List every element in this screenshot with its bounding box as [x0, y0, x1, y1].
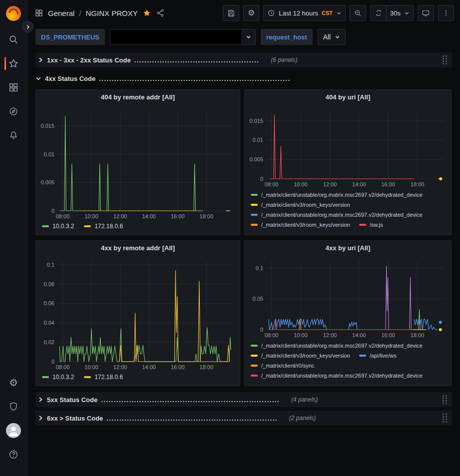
svg-text:0.005: 0.005: [249, 156, 263, 162]
gear-icon: ⚙: [248, 9, 255, 17]
sidebar-item-explore[interactable]: [0, 104, 27, 119]
datasource-select[interactable]: [110, 29, 256, 45]
refresh-button[interactable]: [370, 5, 386, 21]
row-6xx[interactable]: 6xx > Status Code ......................…: [35, 411, 452, 426]
legend-item[interactable]: /_matrix/client/unstable/org.matrix.msc2…: [251, 343, 423, 349]
chevron-down-icon: [35, 75, 41, 81]
time-range-label: Last 12 hours: [279, 9, 318, 17]
svg-text:12:00: 12:00: [113, 213, 127, 219]
row-1xx-3xx-2xx[interactable]: 1xx - 3xx - 2xx Status Code ............…: [35, 52, 452, 67]
legend-item[interactable]: 10.0.3.2: [42, 223, 74, 230]
row-title-dots: ........................................…: [106, 415, 278, 422]
time-series-chart[interactable]: 08:0010:0012:0014:0016:0018:0000.050.1: [245, 255, 451, 340]
dashboard-settings-button[interactable]: ⚙: [243, 5, 259, 21]
svg-text:0.05: 0.05: [253, 296, 263, 302]
time-series-plot[interactable]: 08:0010:0012:0014:0016:0018:0000.050.1: [247, 255, 449, 340]
row-5xx[interactable]: 5xx Status Code ........................…: [35, 392, 452, 407]
request-host-variable-label[interactable]: request_host: [261, 29, 313, 45]
panel-legend: /_matrix/client/unstable/org.matrix.msc2…: [245, 189, 451, 228]
kiosk-mode-button[interactable]: [418, 5, 434, 21]
legend-item[interactable]: 10.0.3.2: [42, 374, 74, 381]
chevron-right-icon: [37, 397, 43, 403]
share-icon[interactable]: [156, 8, 165, 17]
sidebar-item-alerting[interactable]: [0, 128, 27, 143]
row-title: 4xx Status Code: [45, 75, 95, 82]
svg-text:14:00: 14:00: [352, 181, 366, 187]
legend-item[interactable]: /api/live/ws: [359, 353, 397, 359]
svg-text:16:00: 16:00: [171, 364, 185, 370]
time-series-plot[interactable]: 08:0010:0012:0014:0016:0018:0000.020.040…: [38, 255, 238, 372]
time-series-plot[interactable]: 08:0010:0012:0014:0016:0018:0000.0050.01…: [247, 104, 449, 189]
breadcrumb-section[interactable]: General: [48, 9, 74, 17]
page-title[interactable]: NGINX PROXY: [86, 9, 138, 17]
time-series-chart[interactable]: 08:0010:0012:0014:0016:0018:0000.0050.01…: [36, 104, 240, 221]
panel-title[interactable]: 4xx by uri [All]: [245, 241, 451, 255]
favorite-star-icon[interactable]: [142, 8, 151, 17]
svg-text:14:00: 14:00: [142, 213, 156, 219]
legend-item[interactable]: /_matrix/client/v3/room_keys/version: [251, 353, 350, 359]
apps-grid-icon[interactable]: [34, 8, 43, 17]
legend-item[interactable]: /_matrix/client/v3/room_keys/version: [251, 222, 350, 228]
save-dashboard-button[interactable]: [223, 5, 239, 21]
legend-label: 172.18.0.6: [94, 374, 123, 381]
time-range-picker[interactable]: Last 12 hours CST: [263, 5, 346, 21]
refresh-interval-picker[interactable]: 30s: [386, 5, 414, 21]
zoom-out-icon: [354, 9, 362, 17]
svg-text:0.005: 0.005: [40, 179, 54, 185]
zoom-out-button[interactable]: [350, 5, 366, 21]
svg-text:12:00: 12:00: [113, 364, 127, 370]
panel-title[interactable]: 404 by uri [All]: [245, 90, 451, 104]
time-series-plot[interactable]: 08:0010:0012:0014:0016:0018:0000.0050.01…: [38, 104, 238, 221]
legend-item[interactable]: /_matrix/client/unstable/org.matrix.msc2…: [251, 192, 423, 198]
panel-title[interactable]: 4xx by remote addr [All]: [36, 241, 240, 255]
row-drag-handle[interactable]: [443, 395, 449, 404]
legend-item[interactable]: /sw.js: [359, 222, 383, 228]
legend-item[interactable]: /_matrix/client/r0/sync: [251, 363, 314, 369]
sidebar: ⚙: [0, 0, 27, 476]
row-drag-handle[interactable]: [443, 55, 449, 64]
svg-text:0.08: 0.08: [44, 281, 54, 287]
row-panel-count: (6 panels): [271, 56, 297, 63]
row-drag-handle[interactable]: [443, 414, 449, 423]
time-series-chart[interactable]: 08:0010:0012:0014:0016:0018:0000.0050.01…: [245, 104, 451, 189]
svg-text:10:00: 10:00: [294, 332, 308, 338]
legend-label: /_matrix/client/v3/room_keys/version: [261, 222, 350, 228]
sidebar-item-search[interactable]: [0, 32, 27, 47]
sidebar-item-profile[interactable]: [0, 423, 27, 438]
time-series-chart[interactable]: 08:0010:0012:0014:0016:0018:0000.020.040…: [36, 255, 240, 372]
more-options-button[interactable]: [438, 5, 454, 21]
variables-bar: DS_PROMETHEUS request_host All: [27, 26, 460, 50]
svg-text:08:00: 08:00: [265, 332, 279, 338]
panel-title[interactable]: 404 by remote addr [All]: [36, 90, 240, 104]
legend-color-dash: [42, 376, 49, 378]
svg-text:0.1: 0.1: [47, 262, 54, 268]
sidebar-item-dashboards[interactable]: [0, 80, 27, 95]
legend-label: 10.0.3.2: [52, 374, 74, 381]
row-title: 1xx - 3xx - 2xx Status Code: [47, 56, 131, 64]
grafana-logo[interactable]: [6, 6, 21, 21]
legend-label: /_matrix/client/unstable/org.matrix.msc2…: [261, 343, 423, 349]
legend-item[interactable]: /_matrix/client/unstable/org.matrix.msc2…: [251, 212, 423, 218]
search-icon: [8, 34, 19, 45]
request-host-select[interactable]: All: [318, 29, 346, 45]
legend-item[interactable]: /_matrix/client/v3/room_keys/version: [251, 202, 350, 208]
legend-label: 10.0.3.2: [52, 223, 74, 230]
svg-text:0: 0: [51, 359, 54, 365]
sidebar-item-starred[interactable]: [0, 56, 27, 71]
legend-item[interactable]: 172.18.0.6: [84, 223, 123, 230]
svg-text:18:00: 18:00: [411, 181, 425, 187]
sidebar-expand-button[interactable]: [22, 21, 33, 32]
sidebar-item-server-admin[interactable]: [0, 399, 27, 414]
sidebar-item-configuration[interactable]: ⚙: [0, 375, 27, 390]
row-panel-count: (4 panels): [291, 396, 318, 403]
sidebar-item-help[interactable]: [0, 447, 27, 462]
svg-text:18:00: 18:00: [411, 332, 425, 338]
star-outline-icon: [8, 58, 19, 69]
panel-4xx-by-uri: 4xx by uri [All] 08:0010:0012:0014:0016:…: [244, 240, 452, 386]
row-4xx[interactable]: 4xx Status Code ........................…: [35, 71, 452, 86]
datasource-variable-label[interactable]: DS_PROMETHEUS: [35, 29, 105, 45]
legend-item[interactable]: 172.18.0.6: [84, 374, 123, 381]
svg-text:0: 0: [260, 327, 263, 333]
chevron-right-icon: [37, 57, 43, 63]
legend-item[interactable]: /_matrix/client/unstable/org.matrix.msc2…: [251, 373, 423, 379]
